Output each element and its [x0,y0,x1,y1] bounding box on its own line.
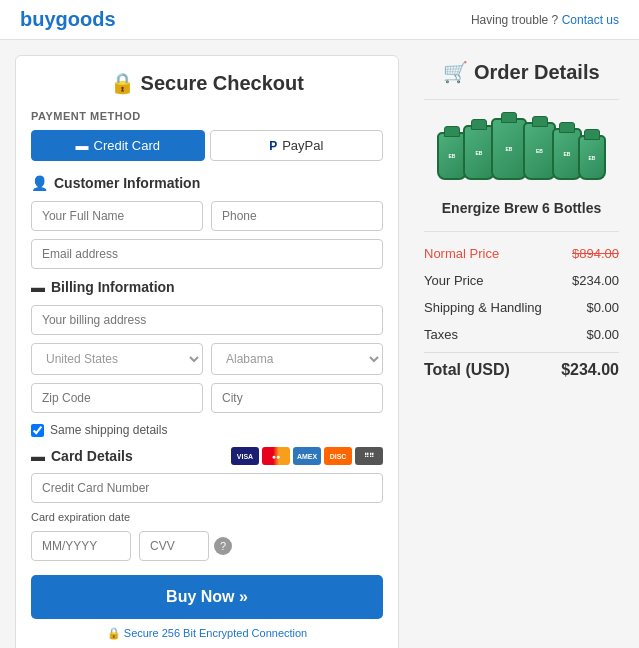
billing-info-header: ▬ Billing Information [31,279,383,295]
contact-link[interactable]: Contact us [562,13,619,27]
top-divider [424,99,619,100]
card-number-input[interactable] [31,473,383,503]
customer-info-header: 👤 Customer Information [31,175,383,191]
bottle-label-2: EB [476,150,483,156]
paypal-tab-label: PayPal [282,138,323,153]
total-label: Total (USD) [424,361,510,379]
discover-icon: DISC [324,447,352,465]
bottle-3: EB [491,118,527,180]
payment-tabs: ▬ Credit Card P PayPal [31,130,383,161]
card-number-row [31,473,383,503]
other-card-icon: ⠿⠿ [355,447,383,465]
name-phone-row [31,201,383,231]
same-shipping-row: Same shipping details [31,423,383,437]
total-value: $234.00 [561,361,619,379]
product-image-area: EB EB EB EB EB EB [424,108,619,190]
taxes-value: $0.00 [586,327,619,342]
logo: buygoods [20,8,116,31]
expiry-label: Card expiration date [31,511,383,523]
left-panel: 🔒 Secure Checkout PAYMENT METHOD ▬ Credi… [15,55,399,648]
shipping-row: Shipping & Handling $0.00 [424,294,619,321]
order-details-title: 🛒 Order Details [424,60,619,84]
main-container: 🔒 Secure Checkout PAYMENT METHOD ▬ Credi… [0,40,639,648]
mastercard-icon: ●● [262,447,290,465]
visa-icon: VISA [231,447,259,465]
address-input[interactable] [31,305,383,335]
credit-card-icon: ▬ [76,138,89,153]
customer-info-heading: Customer Information [54,175,200,191]
buy-now-button[interactable]: Buy Now » [31,575,383,619]
shipping-label: Shipping & Handling [424,300,542,315]
email-input[interactable] [31,239,383,269]
right-panel: 🛒 Order Details EB EB EB EB EB [419,55,624,648]
card-details-header: ▬ Card Details VISA ●● AMEX DISC ⠿⠿ [31,447,383,465]
bottle-label-5: EB [564,151,571,157]
bottle-label-1: EB [449,153,456,159]
normal-price-row: Normal Price $894.00 [424,240,619,267]
secure-text: 🔒 Secure 256 Bit Encrypted Connection [31,627,383,640]
taxes-row: Taxes $0.00 [424,321,619,348]
product-bottles: EB EB EB EB EB EB [437,118,606,180]
bottle-label-3: EB [506,146,513,152]
email-row [31,239,383,269]
product-name: Energize Brew 6 Bottles [424,200,619,216]
bottle-label-6: EB [589,155,596,161]
normal-price-value: $894.00 [572,246,619,261]
same-shipping-label: Same shipping details [50,423,167,437]
billing-info-heading: Billing Information [51,279,175,295]
cvv-input[interactable] [139,531,209,561]
taxes-label: Taxes [424,327,458,342]
card-icon: ▬ [31,448,45,464]
phone-input[interactable] [211,201,383,231]
bottle-6: EB [578,135,606,180]
trouble-text: Having trouble ? [471,13,558,27]
full-name-input[interactable] [31,201,203,231]
product-divider [424,231,619,232]
your-price-row: Your Price $234.00 [424,267,619,294]
cvv-group: ? [139,531,232,561]
shipping-value: $0.00 [586,300,619,315]
total-row: Total (USD) $234.00 [424,352,619,387]
same-shipping-checkbox[interactable] [31,424,44,437]
checkout-title: 🔒 Secure Checkout [31,71,383,95]
customer-icon: 👤 [31,175,48,191]
credit-card-tab-label: Credit Card [94,138,160,153]
country-state-row: United States Alabama [31,343,383,375]
normal-price-label: Normal Price [424,246,499,261]
card-icons-group: VISA ●● AMEX DISC ⠿⠿ [231,447,383,465]
credit-card-tab[interactable]: ▬ Credit Card [31,130,205,161]
country-select[interactable]: United States [31,343,203,375]
zip-input[interactable] [31,383,203,413]
amex-icon: AMEX [293,447,321,465]
paypal-icon: P [269,139,277,153]
payment-method-label: PAYMENT METHOD [31,110,383,122]
address-row [31,305,383,335]
card-details-section: ▬ Card Details [31,448,133,464]
city-input[interactable] [211,383,383,413]
top-bar: buygoods Having trouble ? Contact us [0,0,639,40]
billing-icon: ▬ [31,279,45,295]
cvv-help-icon[interactable]: ? [214,537,232,555]
top-right: Having trouble ? Contact us [471,13,619,27]
zip-city-row [31,383,383,413]
expiry-input[interactable] [31,531,131,561]
bottle-label-4: EB [536,148,543,154]
card-details-heading: Card Details [51,448,133,464]
expiry-cvv-row: ? [31,531,383,561]
your-price-value: $234.00 [572,273,619,288]
your-price-label: Your Price [424,273,484,288]
state-select[interactable]: Alabama [211,343,383,375]
paypal-tab[interactable]: P PayPal [210,130,384,161]
